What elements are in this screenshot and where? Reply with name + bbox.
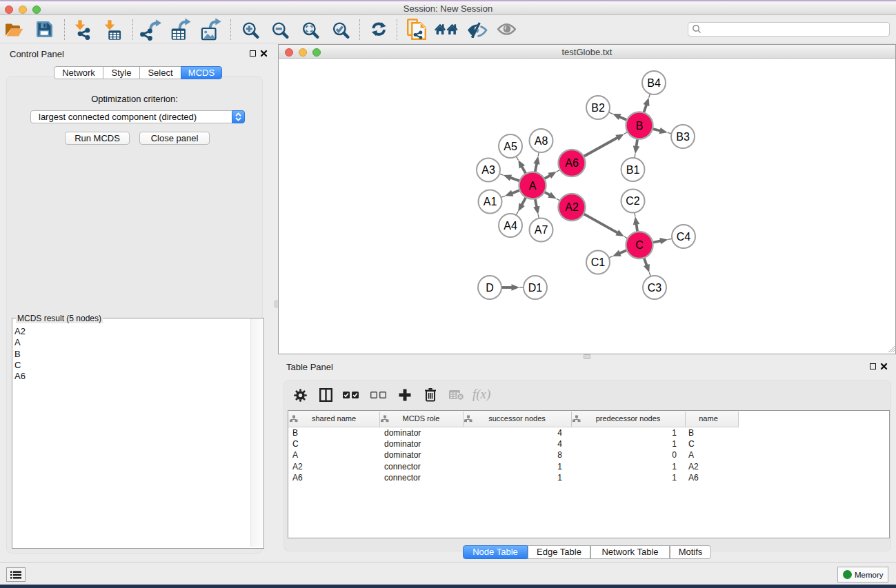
- svg-text:B3: B3: [676, 131, 690, 143]
- svg-text:A: A: [529, 180, 537, 192]
- svg-text:C: C: [635, 239, 644, 251]
- svg-text:A4: A4: [504, 220, 517, 232]
- svg-text:A5: A5: [504, 141, 517, 152]
- svg-text:C3: C3: [648, 282, 662, 294]
- svg-text:A8: A8: [535, 135, 548, 147]
- svg-text:C1: C1: [591, 256, 606, 268]
- svg-text:B: B: [636, 120, 644, 132]
- svg-text:C4: C4: [677, 231, 691, 243]
- svg-text:B2: B2: [591, 102, 605, 114]
- svg-text:B4: B4: [647, 77, 661, 89]
- svg-text:D: D: [486, 282, 494, 294]
- svg-text:C2: C2: [626, 195, 640, 207]
- svg-text:B1: B1: [626, 164, 640, 176]
- svg-text:A3: A3: [481, 164, 495, 176]
- svg-text:A1: A1: [484, 196, 497, 207]
- svg-text:A6: A6: [565, 157, 579, 169]
- svg-text:A2: A2: [565, 201, 579, 213]
- svg-text:A7: A7: [535, 224, 548, 236]
- svg-text:D1: D1: [528, 282, 543, 294]
